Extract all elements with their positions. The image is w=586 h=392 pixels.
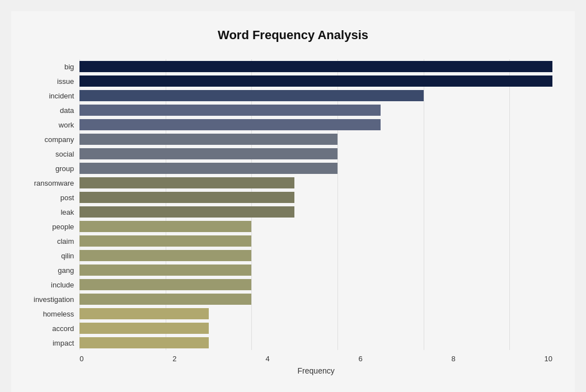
y-label: investigation xyxy=(34,292,74,306)
bars-wrapper xyxy=(79,59,552,350)
bar xyxy=(79,61,552,72)
bar xyxy=(79,250,251,261)
y-labels: bigissueincidentdataworkcompanysocialgro… xyxy=(34,59,74,375)
bar-row xyxy=(79,132,552,147)
y-label: post xyxy=(60,190,74,205)
x-tick: 8 xyxy=(451,355,455,363)
chart-area: bigissueincidentdataworkcompanysocialgro… xyxy=(34,59,552,375)
bar xyxy=(79,163,337,174)
bar xyxy=(79,279,251,290)
bar xyxy=(79,119,381,130)
bar-row xyxy=(79,74,552,88)
y-label: ransomware xyxy=(34,176,74,190)
y-label: leak xyxy=(60,205,74,219)
chart-container: Word Frequency Analysis bigissueincident… xyxy=(11,11,575,392)
bars-container xyxy=(79,59,552,350)
bar xyxy=(79,337,208,348)
bar-row xyxy=(79,248,552,263)
bar xyxy=(79,105,381,116)
x-tick: 6 xyxy=(358,355,362,363)
x-tick: 0 xyxy=(79,355,83,363)
bar xyxy=(79,235,251,247)
bar-row xyxy=(79,190,552,205)
bar xyxy=(79,177,294,188)
chart-title: Word Frequency Analysis xyxy=(34,28,552,42)
bar-row xyxy=(79,336,552,350)
bar-row xyxy=(79,88,552,103)
y-label: incident xyxy=(49,88,74,103)
x-axis: 0246810 xyxy=(79,355,552,363)
x-axis-label: Frequency xyxy=(79,366,552,375)
x-tick: 4 xyxy=(265,355,269,363)
y-label: impact xyxy=(53,336,74,350)
bar xyxy=(79,192,294,203)
y-label: include xyxy=(51,277,74,292)
x-tick: 10 xyxy=(545,355,552,363)
bar xyxy=(79,206,294,218)
bar xyxy=(79,265,251,276)
y-label: work xyxy=(59,117,74,132)
y-label: gang xyxy=(58,263,74,277)
y-label: big xyxy=(64,59,74,74)
bar xyxy=(79,75,552,87)
bar xyxy=(79,134,337,145)
bar-row xyxy=(79,277,552,292)
y-label: company xyxy=(45,132,74,147)
y-label: data xyxy=(60,103,74,117)
bar xyxy=(79,221,251,232)
bar-row xyxy=(79,161,552,176)
y-label: people xyxy=(52,219,74,234)
y-label: accord xyxy=(52,321,74,336)
bar-row xyxy=(79,205,552,219)
y-label: group xyxy=(55,161,74,176)
bar-row xyxy=(79,234,552,248)
bars-and-grid: 0246810 Frequency xyxy=(79,59,552,375)
bar xyxy=(79,294,251,305)
bar-row xyxy=(79,292,552,306)
bar-row xyxy=(79,147,552,161)
bar-row xyxy=(79,59,552,74)
y-label: claim xyxy=(57,234,74,248)
y-label: issue xyxy=(57,74,74,88)
y-label: homeless xyxy=(43,306,74,321)
bar-row xyxy=(79,306,552,321)
bar xyxy=(79,308,208,319)
x-tick: 2 xyxy=(172,355,176,363)
bar-row xyxy=(79,219,552,234)
bar xyxy=(79,148,337,159)
bar xyxy=(79,90,423,101)
bar-row xyxy=(79,176,552,190)
bar-row xyxy=(79,321,552,336)
bar-row xyxy=(79,117,552,132)
y-label: social xyxy=(55,147,74,161)
y-label: qilin xyxy=(61,248,74,263)
bar xyxy=(79,323,208,334)
bar-row xyxy=(79,103,552,117)
bar-row xyxy=(79,263,552,277)
